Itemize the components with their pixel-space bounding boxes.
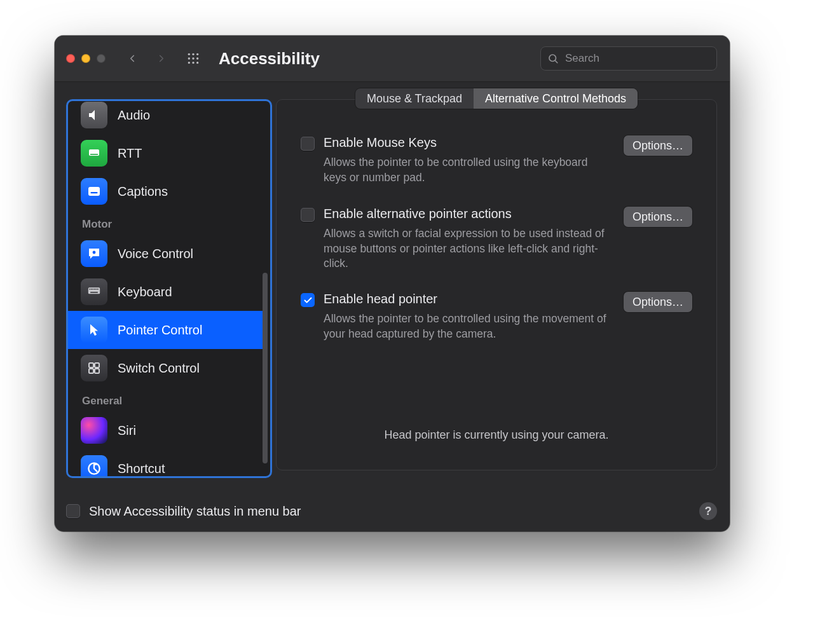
sidebar-item-label: Shortcut [118,462,165,476]
window-body: Audio RTT Captions Motor [55,81,730,531]
sidebar-item-label: Pointer Control [118,323,202,338]
voice-control-icon [81,240,107,267]
sidebar-scrollbar[interactable] [263,273,268,463]
page-title: Accessibility [219,49,320,69]
check-icon [303,296,313,305]
toolbar: Accessibility [55,36,730,82]
svg-point-7 [192,62,194,64]
svg-point-6 [188,62,190,64]
svg-rect-25 [95,363,99,367]
window-zoom-button[interactable] [97,54,106,63]
checkbox-enable-alt-pointer[interactable] [301,208,315,222]
svg-point-2 [196,53,198,55]
sidebar: Audio RTT Captions Motor [66,99,272,478]
svg-point-1 [192,53,194,55]
option-desc: Allows a switch or facial expression to … [324,226,610,271]
svg-rect-23 [90,292,98,293]
svg-rect-19 [93,289,94,290]
option-desc: Allows the pointer to be controlled usin… [324,312,610,341]
svg-rect-27 [95,369,99,373]
forward-button[interactable] [153,50,170,67]
sidebar-item-label: Voice Control [118,247,193,261]
help-button[interactable]: ? [699,502,717,520]
shortcut-icon [81,455,107,476]
footer-label: Show Accessibility status in menu bar [89,504,301,519]
svg-point-8 [196,62,198,64]
svg-rect-14 [91,192,98,193]
options-button-alt-pointer[interactable]: Options… [624,207,692,227]
sidebar-item-keyboard[interactable]: Keyboard [68,273,263,311]
svg-point-4 [192,57,194,59]
checkbox-enable-head-pointer[interactable] [301,293,315,307]
svg-rect-18 [91,289,92,290]
options-button-head-pointer[interactable]: Options… [624,292,692,312]
options-button-mouse-keys[interactable]: Options… [624,135,692,156]
option-title: Enable head pointer [324,292,615,306]
keyboard-icon [81,278,107,305]
window-minimize-button[interactable] [81,54,90,63]
back-button[interactable] [123,50,141,67]
search-field[interactable] [540,46,717,71]
sidebar-item-label: RTT [118,146,142,161]
sidebar-item-pointer-control[interactable]: Pointer Control [68,311,263,349]
chevron-right-icon [156,53,167,64]
svg-rect-22 [97,289,99,290]
sidebar-item-label: Audio [118,108,150,123]
option-desc: Allows the pointer to be controlled usin… [324,155,610,185]
svg-point-3 [188,57,190,59]
chevron-left-icon [126,53,138,64]
svg-rect-17 [90,289,91,290]
svg-rect-24 [89,363,93,367]
window-close-button[interactable] [66,54,75,63]
svg-rect-16 [88,287,100,294]
siri-icon [81,417,107,444]
svg-rect-12 [90,154,98,155]
svg-line-10 [555,60,557,62]
sidebar-item-label: Captions [118,184,168,199]
show-all-prefs-button[interactable] [186,51,201,66]
status-line: Head pointer is currently using your cam… [277,428,716,442]
svg-rect-21 [96,289,97,290]
svg-rect-20 [94,289,95,290]
tab-alt-control-methods[interactable]: Alternative Control Methods [474,88,638,109]
tab-mouse-trackpad[interactable]: Mouse & Trackpad [355,88,474,109]
checkbox-enable-mouse-keys[interactable] [301,137,315,151]
svg-rect-26 [89,369,93,373]
sidebar-section-motor: Motor [68,210,263,235]
sidebar-section-general: General [68,387,263,411]
svg-rect-13 [88,187,100,196]
svg-point-15 [93,251,96,254]
sidebar-item-label: Keyboard [118,285,172,299]
search-icon [547,53,559,64]
tab-group: Mouse & Trackpad Alternative Control Met… [355,88,638,109]
sidebar-item-voice-control[interactable]: Voice Control [68,235,263,273]
sidebar-item-rtt[interactable]: RTT [68,134,263,172]
sidebar-item-captions[interactable]: Captions [68,172,263,210]
audio-icon [81,102,107,128]
sidebar-item-label: Siri [118,423,136,438]
grid-icon [187,52,200,65]
sidebar-item-audio[interactable]: Audio [68,101,263,134]
settings-panel: Mouse & Trackpad Alternative Control Met… [276,99,717,470]
traffic-lights [66,54,106,63]
search-input[interactable] [564,51,710,65]
footer: Show Accessibility status in menu bar ? [66,496,717,526]
sidebar-item-switch-control[interactable]: Switch Control [68,349,263,387]
svg-point-0 [188,53,190,55]
sidebar-item-shortcut[interactable]: Shortcut [68,449,263,476]
rtt-icon [81,140,107,167]
checkbox-show-status-in-menubar[interactable] [66,504,80,518]
sidebar-item-label: Switch Control [118,361,200,376]
switch-control-icon [81,355,107,381]
sidebar-item-siri[interactable]: Siri [68,411,263,449]
option-title: Enable Mouse Keys [324,135,615,150]
svg-point-5 [196,57,198,59]
captions-icon [81,178,107,205]
system-prefs-window: Accessibility Audio [55,36,730,531]
option-title: Enable alternative pointer actions [324,207,615,221]
pointer-control-icon [81,317,107,343]
